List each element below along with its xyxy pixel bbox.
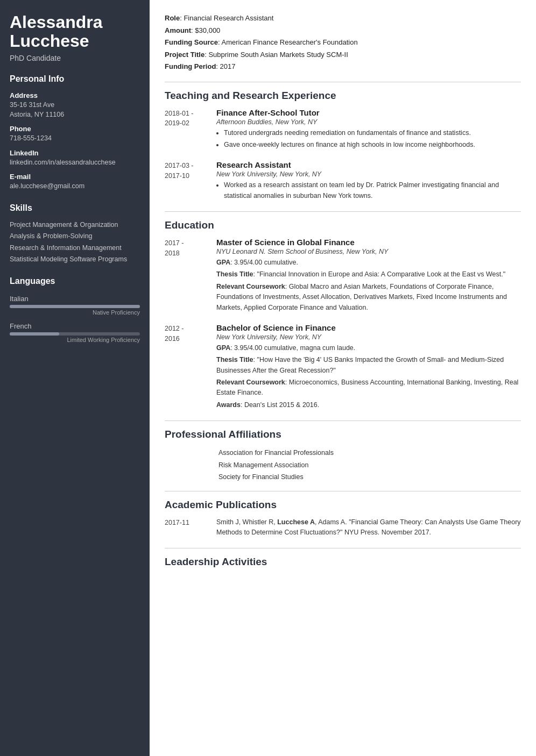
language-name-italian: Italian bbox=[10, 295, 140, 303]
teaching-section-title: Teaching and Research Experience bbox=[165, 90, 521, 102]
candidate-name: Alessandra Lucchese bbox=[10, 13, 140, 51]
language-french: French Limited Working Proficiency bbox=[10, 322, 140, 343]
entry-body: Awards: Dean's List 2015 & 2016. bbox=[216, 400, 521, 410]
affiliation-item: Society for Financial Studies bbox=[218, 471, 521, 483]
address-value: 35-16 31st AveAstoria, NY 11106 bbox=[10, 101, 140, 119]
entry-body: Thesis Title: "How Have the 'Big 4' US B… bbox=[216, 355, 521, 376]
entry-date: 2012 -2016 bbox=[165, 323, 208, 412]
divider bbox=[165, 211, 521, 212]
entry-body: Thesis Title: "Financial Innovation in E… bbox=[216, 269, 521, 280]
email-value: ale.lucchese@gmail.com bbox=[10, 182, 140, 191]
affiliation-item: Risk Management Association bbox=[218, 459, 521, 472]
grant-role: Role: Financial Research Assistant bbox=[165, 13, 521, 24]
grant-block: Role: Financial Research Assistant Amoun… bbox=[165, 13, 521, 72]
skill-item: Research & Information Management bbox=[10, 244, 140, 253]
grant-funding-period: Funding Period: 2017 bbox=[165, 61, 521, 72]
language-level-italian: Native Proficiency bbox=[10, 309, 140, 316]
teaching-entry-1: 2018-01 -2019-02 Finance After-School Tu… bbox=[165, 108, 521, 152]
bullet-item: Tutored undergrads needing remediation o… bbox=[224, 128, 521, 138]
phone-label: Phone bbox=[10, 125, 140, 133]
affiliations-list: Association for Financial Professionals … bbox=[218, 447, 521, 483]
language-bar-bg-french bbox=[10, 332, 140, 336]
publication-text: Smith J, Whistler R, Lucchese A, Adams A… bbox=[216, 517, 521, 538]
skills-list: Project Management & Organization Analys… bbox=[10, 220, 140, 265]
language-bar-bg-italian bbox=[10, 305, 140, 308]
main-content: Role: Financial Research Assistant Amoun… bbox=[150, 0, 536, 756]
sidebar: Alessandra Lucchese PhD Candidate Person… bbox=[0, 0, 150, 756]
affiliation-item: Association for Financial Professionals bbox=[218, 447, 521, 459]
entry-body: Relevant Coursework: Global Macro and As… bbox=[216, 282, 521, 313]
entry-title: Research Assistant bbox=[216, 160, 521, 169]
bullet-list: Worked as a research assistant on team l… bbox=[224, 180, 521, 201]
entry-org: Afternoon Buddies, New York, NY bbox=[216, 118, 521, 126]
publication-entry-1: 2017-11 Smith J, Whistler R, Lucchese A,… bbox=[165, 517, 521, 540]
email-label: E-mail bbox=[10, 173, 140, 181]
entry-date: 2018-01 -2019-02 bbox=[165, 108, 208, 152]
entry-content: Research Assistant New York University, … bbox=[216, 160, 521, 203]
divider bbox=[165, 82, 521, 82]
language-level-french: Limited Working Proficiency bbox=[10, 337, 140, 343]
language-bar-fill-french bbox=[10, 332, 59, 336]
bullet-item: Gave once-weekly lectures on finance at … bbox=[224, 140, 521, 150]
language-italian: Italian Native Proficiency bbox=[10, 295, 140, 316]
divider bbox=[165, 491, 521, 491]
entry-content: Master of Science in Global Finance NYU … bbox=[216, 238, 521, 315]
entry-date: 2017 -2018 bbox=[165, 238, 208, 315]
skill-item: Project Management & Organization bbox=[10, 220, 140, 230]
affiliations-section-title: Professional Affiliations bbox=[165, 429, 521, 440]
candidate-title: PhD Candidate bbox=[10, 54, 140, 62]
entry-title: Finance After-School Tutor bbox=[216, 108, 521, 117]
entry-date: 2017-11 bbox=[165, 517, 208, 540]
phone-value: 718-555-1234 bbox=[10, 134, 140, 144]
divider bbox=[165, 420, 521, 421]
grant-funding-source: Funding Source: American Finance Researc… bbox=[165, 37, 521, 48]
education-section-title: Education bbox=[165, 219, 521, 231]
entry-date: 2017-03 -2017-10 bbox=[165, 160, 208, 203]
linkedin-label: LinkedIn bbox=[10, 149, 140, 157]
entry-content: Smith J, Whistler R, Lucchese A, Adams A… bbox=[216, 517, 521, 540]
grant-amount: Amount: $30,000 bbox=[165, 25, 521, 36]
languages-section-title: Languages bbox=[10, 276, 140, 288]
skill-item: Analysis & Problem-Solving bbox=[10, 232, 140, 241]
education-entry-1: 2017 -2018 Master of Science in Global F… bbox=[165, 238, 521, 315]
teaching-entry-2: 2017-03 -2017-10 Research Assistant New … bbox=[165, 160, 521, 203]
education-entry-2: 2012 -2016 Bachelor of Science in Financ… bbox=[165, 323, 521, 412]
publications-section-title: Academic Publications bbox=[165, 499, 521, 511]
language-name-french: French bbox=[10, 322, 140, 330]
skill-item: Statistical Modeling Software Programs bbox=[10, 255, 140, 265]
leadership-section-title: Leadership Activities bbox=[165, 556, 521, 568]
linkedin-value: linkedin.com/in/alessandralucchese bbox=[10, 158, 140, 168]
entry-body: GPA: 3.95/4.00 cumulative. bbox=[216, 258, 521, 268]
divider bbox=[165, 548, 521, 548]
entry-body: GPA: 3.95/4.00 cumulative, magna cum lau… bbox=[216, 343, 521, 353]
entry-org: NYU Leonard N. Stern School of Business,… bbox=[216, 248, 521, 255]
entry-title: Master of Science in Global Finance bbox=[216, 238, 521, 247]
bullet-list: Tutored undergrads needing remediation o… bbox=[224, 128, 521, 151]
entry-content: Bachelor of Science in Finance New York … bbox=[216, 323, 521, 412]
resume-container: Alessandra Lucchese PhD Candidate Person… bbox=[0, 0, 536, 756]
entry-title: Bachelor of Science in Finance bbox=[216, 323, 521, 332]
skills-section-title: Skills bbox=[10, 203, 140, 215]
entry-body: Relevant Coursework: Microeconomics, Bus… bbox=[216, 377, 521, 398]
bullet-item: Worked as a research assistant on team l… bbox=[224, 180, 521, 201]
grant-project-title: Project Title: Subprime South Asian Mark… bbox=[165, 49, 521, 60]
entry-content: Finance After-School Tutor Afternoon Bud… bbox=[216, 108, 521, 152]
entry-org: New York University, New York, NY bbox=[216, 333, 521, 341]
personal-info-section-title: Personal Info bbox=[10, 74, 140, 86]
entry-org: New York University, New York, NY bbox=[216, 170, 521, 178]
language-bar-fill-italian bbox=[10, 305, 140, 308]
address-label: Address bbox=[10, 91, 140, 99]
